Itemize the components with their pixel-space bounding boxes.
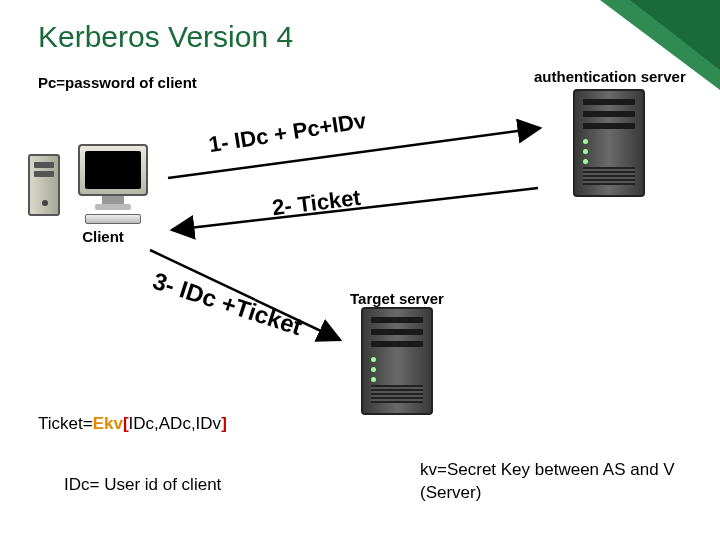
message-1-label: 1- IDc + Pc+IDv	[207, 108, 368, 159]
ticket-ekv: Ekv	[93, 414, 123, 433]
ticket-rbracket: ]	[221, 414, 227, 433]
computer-tower-icon	[28, 154, 60, 216]
monitor-icon	[78, 144, 148, 196]
ticket-formula: Ticket=Ekv[IDc,ADc,IDv]	[38, 414, 227, 434]
page-title: Kerberos Version 4	[38, 20, 293, 54]
target-server-label: Target server	[332, 290, 462, 307]
client-label: Client	[38, 228, 168, 245]
target-server-node: Target server	[332, 286, 462, 415]
target-server-icon	[361, 307, 433, 415]
pc-definition: Pc=password of client	[38, 74, 197, 91]
client-node: Client	[38, 144, 168, 245]
kv-note: kv=Secret Key between AS and V (Server)	[420, 459, 700, 505]
ticket-prefix: Ticket=	[38, 414, 93, 433]
ticket-body: IDc,ADc,IDv	[129, 414, 222, 433]
svg-marker-1	[630, 0, 720, 70]
message-3-label: 3- IDc +Ticket	[149, 267, 305, 342]
keyboard-icon	[85, 214, 141, 224]
auth-server-label: authentication server	[534, 68, 684, 85]
message-2-label: 2- Ticket	[271, 185, 362, 222]
auth-server-icon	[573, 89, 645, 197]
auth-server-node: authentication server	[534, 68, 684, 197]
idc-note: IDc= User id of client	[64, 475, 221, 495]
